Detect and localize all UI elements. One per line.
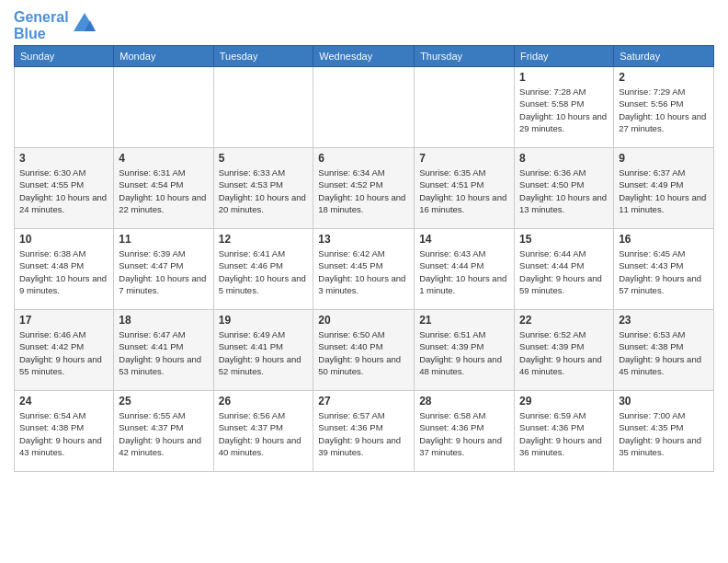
day-number: 27: [318, 395, 409, 408]
day-info: Sunrise: 6:35 AM Sunset: 4:51 PM Dayligh…: [419, 167, 509, 215]
day-number: 12: [219, 233, 309, 246]
logo-icon: [72, 11, 97, 37]
day-info: Sunrise: 7:28 AM Sunset: 5:58 PM Dayligh…: [519, 86, 609, 134]
day-number: 24: [19, 395, 108, 408]
calendar-week-2: 3Sunrise: 6:30 AM Sunset: 4:55 PM Daylig…: [15, 148, 714, 229]
day-info: Sunrise: 6:43 AM Sunset: 4:44 PM Dayligh…: [419, 247, 509, 296]
calendar-cell-w4-d3: 19Sunrise: 6:49 AM Sunset: 4:41 PM Dayli…: [213, 310, 313, 391]
calendar-cell-w5-d1: 24Sunrise: 6:54 AM Sunset: 4:38 PM Dayli…: [15, 391, 114, 472]
day-info: Sunrise: 6:47 AM Sunset: 4:41 PM Dayligh…: [119, 328, 208, 377]
day-info: Sunrise: 6:55 AM Sunset: 4:37 PM Dayligh…: [119, 409, 208, 458]
day-number: 17: [19, 314, 108, 327]
col-friday: Friday: [515, 46, 614, 67]
day-number: 13: [318, 233, 409, 246]
calendar-table: Sunday Monday Tuesday Wednesday Thursday…: [14, 45, 714, 472]
day-info: Sunrise: 7:29 AM Sunset: 5:56 PM Dayligh…: [619, 86, 709, 134]
day-number: 22: [519, 314, 609, 327]
day-number: 14: [419, 233, 509, 246]
day-info: Sunrise: 6:30 AM Sunset: 4:55 PM Dayligh…: [19, 167, 108, 215]
day-number: 11: [119, 233, 208, 246]
day-info: Sunrise: 6:39 AM Sunset: 4:47 PM Dayligh…: [119, 247, 208, 296]
day-info: Sunrise: 6:46 AM Sunset: 4:42 PM Dayligh…: [19, 328, 108, 377]
calendar-cell-w3-d2: 11Sunrise: 6:39 AM Sunset: 4:47 PM Dayli…: [114, 229, 213, 310]
day-number: 3: [19, 152, 108, 165]
day-number: 21: [419, 314, 509, 327]
calendar-week-1: 1Sunrise: 7:28 AM Sunset: 5:58 PM Daylig…: [15, 67, 714, 148]
col-tuesday: Tuesday: [213, 46, 313, 67]
day-info: Sunrise: 6:38 AM Sunset: 4:48 PM Dayligh…: [19, 247, 108, 296]
day-number: 26: [219, 395, 309, 408]
day-info: Sunrise: 6:53 AM Sunset: 4:38 PM Dayligh…: [619, 328, 709, 377]
calendar-cell-w3-d3: 12Sunrise: 6:41 AM Sunset: 4:46 PM Dayli…: [213, 229, 313, 310]
calendar-cell-w2-d5: 7Sunrise: 6:35 AM Sunset: 4:51 PM Daylig…: [415, 148, 515, 229]
page-container: General Blue Sunday Monday Tuesday: [0, 0, 728, 481]
calendar-cell-w2-d1: 3Sunrise: 6:30 AM Sunset: 4:55 PM Daylig…: [15, 148, 114, 229]
calendar-cell-w4-d4: 20Sunrise: 6:50 AM Sunset: 4:40 PM Dayli…: [313, 310, 415, 391]
calendar-cell-w3-d5: 14Sunrise: 6:43 AM Sunset: 4:44 PM Dayli…: [415, 229, 515, 310]
day-info: Sunrise: 6:33 AM Sunset: 4:53 PM Dayligh…: [219, 167, 309, 215]
day-number: 10: [19, 233, 108, 246]
day-number: 1: [519, 71, 609, 84]
calendar-cell-w1-d7: 2Sunrise: 7:29 AM Sunset: 5:56 PM Daylig…: [614, 67, 714, 148]
calendar-cell-w1-d2: [114, 67, 213, 148]
calendar-cell-w5-d7: 30Sunrise: 7:00 AM Sunset: 4:35 PM Dayli…: [614, 391, 714, 472]
day-number: 8: [519, 152, 609, 165]
logo-line1: General: [14, 9, 69, 26]
calendar-cell-w4-d6: 22Sunrise: 6:52 AM Sunset: 4:39 PM Dayli…: [515, 310, 614, 391]
calendar-cell-w1-d3: [213, 67, 313, 148]
day-info: Sunrise: 6:50 AM Sunset: 4:40 PM Dayligh…: [318, 328, 409, 377]
day-info: Sunrise: 6:57 AM Sunset: 4:36 PM Dayligh…: [318, 409, 409, 458]
day-info: Sunrise: 6:59 AM Sunset: 4:36 PM Dayligh…: [519, 409, 609, 458]
calendar-cell-w3-d1: 10Sunrise: 6:38 AM Sunset: 4:48 PM Dayli…: [15, 229, 114, 310]
day-info: Sunrise: 6:54 AM Sunset: 4:38 PM Dayligh…: [19, 409, 108, 458]
day-info: Sunrise: 6:56 AM Sunset: 4:37 PM Dayligh…: [219, 409, 309, 458]
day-info: Sunrise: 7:00 AM Sunset: 4:35 PM Dayligh…: [619, 409, 709, 458]
calendar-cell-w3-d4: 13Sunrise: 6:42 AM Sunset: 4:45 PM Dayli…: [313, 229, 415, 310]
calendar-cell-w5-d6: 29Sunrise: 6:59 AM Sunset: 4:36 PM Dayli…: [515, 391, 614, 472]
day-info: Sunrise: 6:36 AM Sunset: 4:50 PM Dayligh…: [519, 167, 609, 215]
day-number: 18: [119, 314, 208, 327]
calendar-cell-w4-d7: 23Sunrise: 6:53 AM Sunset: 4:38 PM Dayli…: [614, 310, 714, 391]
day-info: Sunrise: 6:41 AM Sunset: 4:46 PM Dayligh…: [219, 247, 309, 296]
calendar-cell-w1-d5: [415, 67, 515, 148]
calendar-cell-w3-d6: 15Sunrise: 6:44 AM Sunset: 4:44 PM Dayli…: [515, 229, 614, 310]
logo: General Blue: [14, 9, 97, 41]
calendar-cell-w2-d7: 9Sunrise: 6:37 AM Sunset: 4:49 PM Daylig…: [614, 148, 714, 229]
day-number: 19: [219, 314, 309, 327]
day-number: 5: [219, 152, 309, 165]
day-number: 7: [419, 152, 509, 165]
calendar-cell-w2-d6: 8Sunrise: 6:36 AM Sunset: 4:50 PM Daylig…: [515, 148, 614, 229]
header: General Blue: [14, 9, 714, 41]
day-info: Sunrise: 6:37 AM Sunset: 4:49 PM Dayligh…: [619, 167, 709, 215]
calendar-cell-w5-d3: 26Sunrise: 6:56 AM Sunset: 4:37 PM Dayli…: [213, 391, 313, 472]
day-number: 2: [619, 71, 709, 84]
col-sunday: Sunday: [15, 46, 114, 67]
calendar-cell-w1-d4: [313, 67, 415, 148]
day-info: Sunrise: 6:52 AM Sunset: 4:39 PM Dayligh…: [519, 328, 609, 377]
col-saturday: Saturday: [614, 46, 714, 67]
day-number: 15: [519, 233, 609, 246]
day-number: 9: [619, 152, 709, 165]
day-info: Sunrise: 6:42 AM Sunset: 4:45 PM Dayligh…: [318, 247, 409, 296]
day-info: Sunrise: 6:45 AM Sunset: 4:43 PM Dayligh…: [619, 247, 709, 296]
day-number: 30: [619, 395, 709, 408]
calendar-cell-w2-d2: 4Sunrise: 6:31 AM Sunset: 4:54 PM Daylig…: [114, 148, 213, 229]
day-number: 25: [119, 395, 208, 408]
day-info: Sunrise: 6:49 AM Sunset: 4:41 PM Dayligh…: [219, 328, 309, 377]
day-number: 20: [318, 314, 409, 327]
col-thursday: Thursday: [415, 46, 515, 67]
day-number: 4: [119, 152, 208, 165]
day-info: Sunrise: 6:34 AM Sunset: 4:52 PM Dayligh…: [318, 167, 409, 215]
day-number: 6: [318, 152, 409, 165]
day-info: Sunrise: 6:51 AM Sunset: 4:39 PM Dayligh…: [419, 328, 509, 377]
day-number: 16: [619, 233, 709, 246]
calendar-week-3: 10Sunrise: 6:38 AM Sunset: 4:48 PM Dayli…: [15, 229, 714, 310]
calendar-cell-w4-d5: 21Sunrise: 6:51 AM Sunset: 4:39 PM Dayli…: [415, 310, 515, 391]
calendar-cell-w1-d1: [15, 67, 114, 148]
calendar-week-4: 17Sunrise: 6:46 AM Sunset: 4:42 PM Dayli…: [15, 310, 714, 391]
day-number: 29: [519, 395, 609, 408]
day-number: 28: [419, 395, 509, 408]
col-monday: Monday: [114, 46, 213, 67]
calendar-cell-w1-d6: 1Sunrise: 7:28 AM Sunset: 5:58 PM Daylig…: [515, 67, 614, 148]
calendar-cell-w2-d4: 6Sunrise: 6:34 AM Sunset: 4:52 PM Daylig…: [313, 148, 415, 229]
